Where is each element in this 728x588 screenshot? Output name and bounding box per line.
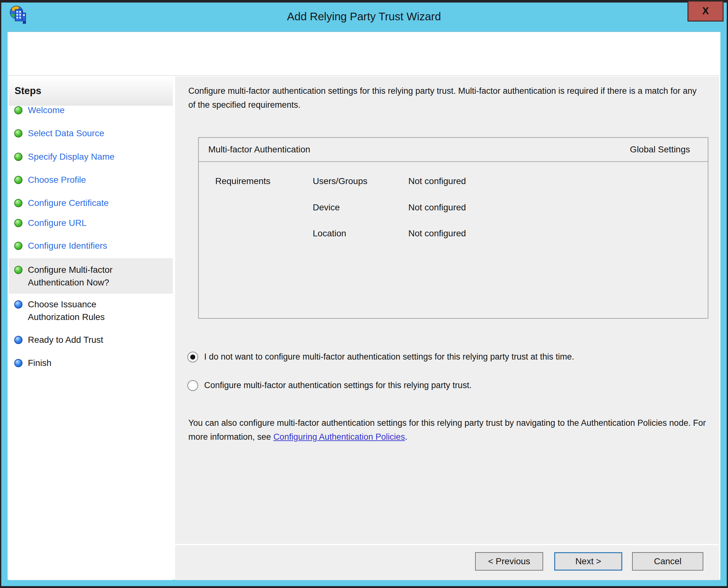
- requirement-name: Users/Groups: [313, 176, 368, 186]
- radio-option-label: Configure multi-factor authentication se…: [204, 379, 698, 392]
- note-text-after: .: [405, 432, 407, 442]
- client-area: Steps Welcome Select Data Source Specify…: [7, 32, 721, 580]
- step-label: Welcome: [28, 104, 148, 117]
- step-label: Finish: [28, 357, 148, 370]
- step-label: Configure URL: [28, 217, 148, 229]
- step-label: Select Data Source: [28, 127, 148, 140]
- completed-step-icon: [14, 219, 22, 227]
- upcoming-step-icon: [14, 336, 22, 344]
- step-label: Specify Display Name: [28, 150, 148, 163]
- window-title: Add Relying Party Trust Wizard: [1, 2, 727, 32]
- radio-option-label: I do not want to configure multi-factor …: [204, 350, 698, 363]
- note-text-before: You can also configure multi-factor auth…: [188, 418, 706, 442]
- close-button[interactable]: X: [687, 1, 724, 22]
- mfa-settings-table: Global Settings Multi-factor Authenticat…: [198, 137, 708, 319]
- step-label: Ready to Add Trust: [28, 334, 148, 346]
- wizard-window: Add Relying Party Trust Wizard X Steps W…: [1, 2, 727, 586]
- step-label: Choose Profile: [28, 174, 148, 186]
- completed-step-icon: [14, 266, 22, 274]
- buttonbar-separator: [175, 544, 719, 545]
- content-panel: Configure multi-factor authentication se…: [175, 76, 719, 580]
- completed-step-icon: [14, 176, 22, 184]
- requirement-value: Not configured: [408, 176, 466, 186]
- configuring-authentication-policies-link[interactable]: Configuring Authentication Policies: [273, 432, 405, 442]
- completed-step-icon: [14, 106, 22, 114]
- previous-button[interactable]: < Previous: [475, 552, 543, 571]
- next-button[interactable]: Next >: [554, 552, 622, 571]
- cancel-button[interactable]: Cancel: [632, 552, 703, 571]
- requirement-value: Not configured: [408, 203, 466, 213]
- titlebar: Add Relying Party Trust Wizard X: [1, 2, 727, 32]
- wizard-header-band: [7, 32, 721, 76]
- requirement-value: Not configured: [408, 228, 466, 238]
- steps-sidebar: Steps Welcome Select Data Source Specify…: [9, 76, 173, 580]
- completed-step-icon: [14, 129, 22, 138]
- radio-selected-icon[interactable]: [187, 352, 198, 362]
- close-icon: X: [702, 5, 709, 17]
- requirement-name: Device: [313, 203, 340, 213]
- step-label: Configure Certificate: [28, 197, 148, 209]
- upcoming-step-icon: [14, 359, 22, 367]
- steps-header: Steps: [9, 76, 173, 105]
- step-label: Configure Multi-factor Authentication No…: [28, 264, 148, 289]
- upcoming-step-icon: [14, 300, 22, 309]
- requirements-label: Requirements: [215, 176, 270, 186]
- completed-step-icon: [14, 242, 22, 250]
- completed-step-icon: [14, 199, 22, 207]
- requirement-name: Location: [313, 228, 346, 238]
- step-label: Choose Issuance Authorization Rules: [28, 298, 148, 323]
- mfa-table-header: Global Settings Multi-factor Authenticat…: [199, 138, 708, 162]
- global-settings-header: Global Settings: [630, 138, 690, 161]
- radio-unselected-icon[interactable]: [187, 380, 198, 391]
- intro-text: Configure multi-factor authentication se…: [188, 84, 706, 112]
- step-label: Configure Identifiers: [28, 239, 148, 252]
- completed-step-icon: [14, 153, 22, 161]
- footer-note: You can also configure multi-factor auth…: [188, 416, 709, 444]
- mfa-table-title: Multi-factor Authentication: [208, 145, 310, 154]
